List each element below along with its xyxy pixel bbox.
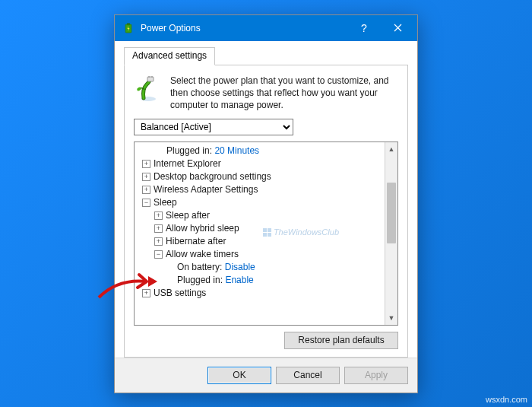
svg-point-6: [136, 86, 141, 91]
collapse-icon[interactable]: −: [154, 250, 163, 259]
tree-item-hibernate-after[interactable]: + Hibernate after: [138, 235, 385, 248]
scroll-thumb[interactable]: [387, 183, 396, 243]
scroll-track[interactable]: [385, 155, 397, 311]
ok-button[interactable]: OK: [207, 367, 271, 384]
battery-icon: [122, 22, 135, 34]
tab-panel: Select the power plan that you want to c…: [124, 65, 408, 358]
close-button[interactable]: [381, 15, 414, 41]
power-options-dialog: Power Options ? Advanced settings: [114, 14, 418, 393]
scroll-up-button[interactable]: ▲: [385, 142, 397, 155]
tree-item-plugged-in[interactable]: Plugged in: Enable: [138, 274, 385, 287]
expand-icon[interactable]: +: [154, 224, 163, 233]
svg-rect-1: [127, 23, 130, 24]
tab-strip: Advanced settings: [124, 47, 408, 65]
collapse-icon[interactable]: −: [142, 199, 150, 207]
image-credit: wsxdn.com: [486, 395, 527, 404]
tab-advanced-settings[interactable]: Advanced settings: [124, 47, 215, 65]
restore-defaults-button[interactable]: Restore plan defaults: [284, 332, 398, 349]
intro-row: Select the power plan that you want to c…: [134, 75, 398, 112]
tree-item-usb[interactable]: + USB settings: [138, 287, 385, 300]
value-link[interactable]: Enable: [225, 274, 253, 287]
tree-item-ie[interactable]: + Internet Explorer: [138, 157, 385, 170]
expand-icon[interactable]: +: [154, 211, 163, 220]
expand-icon[interactable]: +: [154, 237, 163, 246]
dialog-footer: OK Cancel Apply: [115, 358, 417, 393]
expand-icon[interactable]: +: [142, 289, 150, 297]
settings-tree-container: Plugged in: 20 Minutes + Internet Explor…: [134, 141, 398, 325]
value-link[interactable]: Disable: [225, 261, 255, 274]
expand-icon[interactable]: +: [142, 160, 150, 168]
cancel-button[interactable]: Cancel: [276, 367, 340, 384]
tree-item-wake-timers[interactable]: − Allow wake timers: [138, 248, 385, 261]
tree-item-hybrid-sleep[interactable]: + Allow hybrid sleep: [138, 222, 385, 235]
scroll-down-button[interactable]: ▼: [385, 312, 397, 325]
tree-item-sleep-after[interactable]: + Sleep after: [138, 209, 385, 222]
tree-scrollbar[interactable]: ▲ ▼: [385, 142, 397, 324]
tree-item-plugged-in-top[interactable]: Plugged in: 20 Minutes: [138, 145, 385, 157]
tree-item-on-battery[interactable]: On battery: Disable: [138, 261, 385, 274]
intro-text: Select the power plan that you want to c…: [170, 75, 398, 112]
help-button[interactable]: ?: [347, 15, 381, 41]
dialog-body: Advanced settings Sele: [115, 41, 417, 358]
power-plan-icon: [134, 75, 163, 103]
settings-tree[interactable]: Plugged in: 20 Minutes + Internet Explor…: [135, 142, 385, 324]
apply-button[interactable]: Apply: [344, 367, 408, 384]
svg-rect-3: [147, 77, 154, 81]
tab-label: Advanced settings: [132, 50, 207, 61]
tree-item-sleep[interactable]: − Sleep: [138, 196, 385, 209]
window-title: Power Options: [141, 23, 347, 33]
expand-icon[interactable]: +: [142, 186, 150, 194]
tree-item-desktop-bg[interactable]: + Desktop background settings: [138, 170, 385, 183]
expand-icon[interactable]: +: [142, 173, 150, 181]
titlebar[interactable]: Power Options ?: [115, 15, 417, 41]
value-link[interactable]: 20 Minutes: [214, 145, 259, 157]
tree-item-wireless[interactable]: + Wireless Adapter Settings: [138, 183, 385, 196]
power-plan-select[interactable]: Balanced [Active]: [134, 119, 293, 135]
